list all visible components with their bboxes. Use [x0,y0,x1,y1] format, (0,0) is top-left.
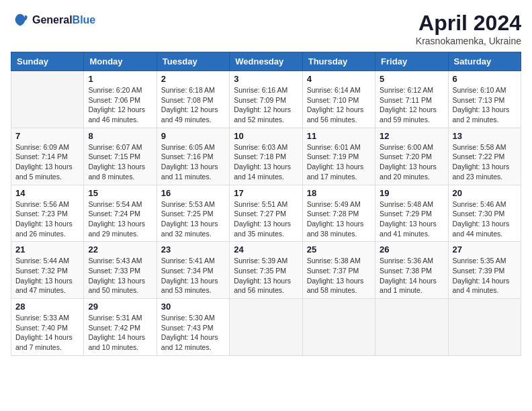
day-number: 24 [234,244,298,255]
day-info: Sunrise: 6:01 AMSunset: 7:19 PMDaylight:… [307,142,371,182]
calendar-cell: 10Sunrise: 6:03 AMSunset: 7:18 PMDayligh… [230,128,302,185]
day-info: Sunrise: 6:03 AMSunset: 7:18 PMDaylight:… [234,142,298,182]
col-header-thursday: Thursday [302,52,375,71]
calendar-cell: 21Sunrise: 5:44 AMSunset: 7:32 PMDayligh… [11,242,84,299]
day-info: Sunrise: 6:14 AMSunset: 7:10 PMDaylight:… [307,85,371,125]
calendar-cell: 20Sunrise: 5:46 AMSunset: 7:30 PMDayligh… [448,185,521,242]
day-info: Sunrise: 5:30 AMSunset: 7:43 PMDaylight:… [161,313,225,353]
day-number: 5 [380,74,443,84]
day-number: 18 [307,188,371,198]
calendar-header-row: SundayMondayTuesdayWednesdayThursdayFrid… [11,52,521,71]
calendar-cell: 24Sunrise: 5:39 AMSunset: 7:35 PMDayligh… [230,242,302,299]
calendar-cell: 25Sunrise: 5:38 AMSunset: 7:37 PMDayligh… [302,242,375,299]
calendar-cell [11,71,84,128]
day-info: Sunrise: 5:44 AMSunset: 7:32 PMDaylight:… [15,256,79,295]
day-info: Sunrise: 6:05 AMSunset: 7:16 PMDaylight:… [161,142,225,182]
day-info: Sunrise: 5:46 AMSunset: 7:30 PMDaylight:… [453,199,517,239]
calendar-cell: 9Sunrise: 6:05 AMSunset: 7:16 PMDaylight… [157,128,229,185]
title-area: April 2024 Krasnokamenka, Ukraine [416,11,521,46]
calendar-cell: 1Sunrise: 6:20 AMSunset: 7:06 PMDaylight… [84,71,157,128]
calendar-week-3: 14Sunrise: 5:56 AMSunset: 7:23 PMDayligh… [11,185,521,242]
calendar-cell: 12Sunrise: 6:00 AMSunset: 7:20 PMDayligh… [375,128,448,185]
day-number: 19 [380,188,443,198]
day-info: Sunrise: 5:51 AMSunset: 7:27 PMDaylight:… [234,199,298,239]
calendar-cell [302,299,375,356]
day-info: Sunrise: 5:49 AMSunset: 7:28 PMDaylight:… [307,199,371,239]
calendar-cell: 28Sunrise: 5:33 AMSunset: 7:40 PMDayligh… [11,299,84,356]
day-info: Sunrise: 5:33 AMSunset: 7:40 PMDaylight:… [15,313,79,353]
day-number: 23 [161,244,225,255]
day-number: 6 [453,74,517,84]
day-number: 25 [307,244,371,255]
calendar-cell: 7Sunrise: 6:09 AMSunset: 7:14 PMDaylight… [11,128,84,185]
calendar-cell: 29Sunrise: 5:31 AMSunset: 7:42 PMDayligh… [84,299,157,356]
col-header-wednesday: Wednesday [230,52,302,71]
day-info: Sunrise: 6:09 AMSunset: 7:14 PMDaylight:… [15,142,79,182]
calendar-cell: 14Sunrise: 5:56 AMSunset: 7:23 PMDayligh… [11,185,84,242]
calendar-cell: 27Sunrise: 5:35 AMSunset: 7:39 PMDayligh… [448,242,521,299]
day-info: Sunrise: 6:00 AMSunset: 7:20 PMDaylight:… [380,142,443,182]
calendar-cell: 3Sunrise: 6:16 AMSunset: 7:09 PMDaylight… [230,71,302,128]
calendar-cell: 17Sunrise: 5:51 AMSunset: 7:27 PMDayligh… [230,185,302,242]
day-number: 16 [161,188,225,198]
calendar-week-4: 21Sunrise: 5:44 AMSunset: 7:32 PMDayligh… [11,242,521,299]
logo-icon [11,11,30,30]
day-number: 29 [88,302,152,312]
day-number: 13 [453,131,517,141]
calendar-cell: 26Sunrise: 5:36 AMSunset: 7:38 PMDayligh… [375,242,448,299]
day-number: 2 [161,74,225,84]
day-info: Sunrise: 6:12 AMSunset: 7:11 PMDaylight:… [380,85,443,125]
day-info: Sunrise: 5:35 AMSunset: 7:39 PMDaylight:… [453,256,517,295]
day-number: 8 [88,131,152,141]
day-info: Sunrise: 5:39 AMSunset: 7:35 PMDaylight:… [234,256,298,295]
calendar-cell [448,299,521,356]
day-number: 26 [380,244,443,255]
day-info: Sunrise: 5:38 AMSunset: 7:37 PMDaylight:… [307,256,371,295]
calendar-cell: 23Sunrise: 5:41 AMSunset: 7:34 PMDayligh… [157,242,229,299]
col-header-saturday: Saturday [448,52,521,71]
day-number: 28 [15,302,79,312]
month-title: April 2024 [416,11,521,36]
location: Krasnokamenka, Ukraine [416,36,521,46]
page-header: GeneralBlue April 2024 Krasnokamenka, Uk… [11,11,521,46]
calendar-cell: 11Sunrise: 6:01 AMSunset: 7:19 PMDayligh… [302,128,375,185]
day-number: 17 [234,188,298,198]
logo: GeneralBlue [11,11,95,30]
day-number: 14 [15,188,79,198]
day-info: Sunrise: 5:58 AMSunset: 7:22 PMDaylight:… [453,142,517,182]
calendar-cell: 4Sunrise: 6:14 AMSunset: 7:10 PMDaylight… [302,71,375,128]
day-number: 27 [453,244,517,255]
calendar-cell: 30Sunrise: 5:30 AMSunset: 7:43 PMDayligh… [157,299,229,356]
calendar-cell: 19Sunrise: 5:48 AMSunset: 7:29 PMDayligh… [375,185,448,242]
day-info: Sunrise: 5:56 AMSunset: 7:23 PMDaylight:… [15,199,79,239]
day-number: 21 [15,244,79,255]
day-number: 9 [161,131,225,141]
col-header-sunday: Sunday [11,52,84,71]
calendar-table: SundayMondayTuesdayWednesdayThursdayFrid… [11,52,521,356]
day-number: 11 [307,131,371,141]
calendar-cell: 15Sunrise: 5:54 AMSunset: 7:24 PMDayligh… [84,185,157,242]
day-info: Sunrise: 6:10 AMSunset: 7:13 PMDaylight:… [453,85,517,125]
day-number: 30 [161,302,225,312]
day-info: Sunrise: 5:53 AMSunset: 7:25 PMDaylight:… [161,199,225,239]
day-info: Sunrise: 5:48 AMSunset: 7:29 PMDaylight:… [380,199,443,239]
calendar-cell: 6Sunrise: 6:10 AMSunset: 7:13 PMDaylight… [448,71,521,128]
day-info: Sunrise: 5:31 AMSunset: 7:42 PMDaylight:… [88,313,152,353]
day-number: 20 [453,188,517,198]
day-info: Sunrise: 6:18 AMSunset: 7:08 PMDaylight:… [161,85,225,125]
col-header-friday: Friday [375,52,448,71]
day-number: 22 [88,244,152,255]
day-info: Sunrise: 6:07 AMSunset: 7:15 PMDaylight:… [88,142,152,182]
logo-text: GeneralBlue [32,14,95,26]
day-info: Sunrise: 5:41 AMSunset: 7:34 PMDaylight:… [161,256,225,295]
day-info: Sunrise: 6:16 AMSunset: 7:09 PMDaylight:… [234,85,298,125]
day-number: 12 [380,131,443,141]
calendar-cell: 13Sunrise: 5:58 AMSunset: 7:22 PMDayligh… [448,128,521,185]
day-info: Sunrise: 5:54 AMSunset: 7:24 PMDaylight:… [88,199,152,239]
calendar-week-1: 1Sunrise: 6:20 AMSunset: 7:06 PMDaylight… [11,71,521,128]
day-info: Sunrise: 6:20 AMSunset: 7:06 PMDaylight:… [88,85,152,125]
calendar-cell: 16Sunrise: 5:53 AMSunset: 7:25 PMDayligh… [157,185,229,242]
day-number: 3 [234,74,298,84]
col-header-tuesday: Tuesday [157,52,229,71]
calendar-cell: 22Sunrise: 5:43 AMSunset: 7:33 PMDayligh… [84,242,157,299]
